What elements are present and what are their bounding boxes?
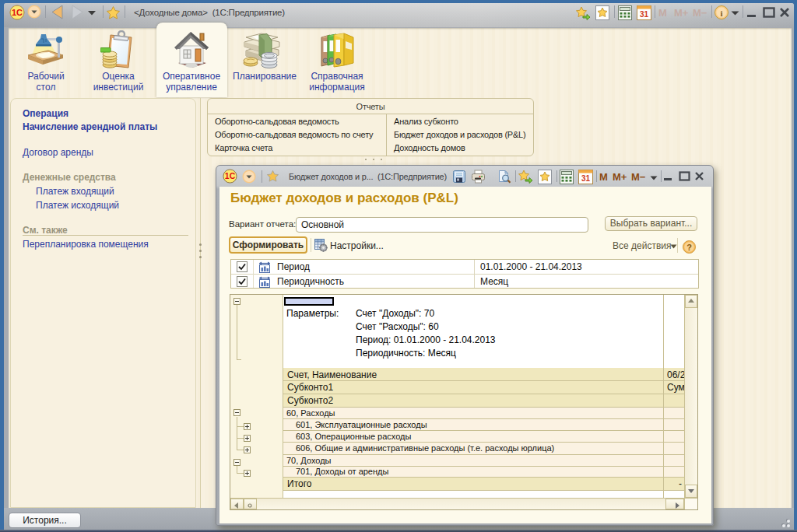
svg-text:?: ? [686, 243, 692, 252]
svg-text:1С: 1С [225, 172, 236, 180]
svg-text:i: i [720, 9, 722, 18]
svg-text:31: 31 [640, 10, 649, 19]
svg-text:31: 31 [581, 174, 591, 183]
svg-text:1С: 1С [12, 8, 23, 17]
